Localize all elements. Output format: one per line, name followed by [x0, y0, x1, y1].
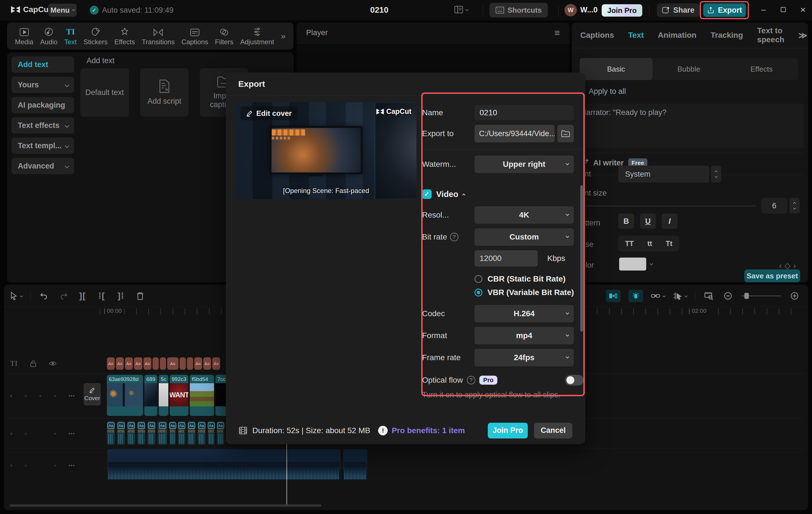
tab-animation[interactable]: Animation	[658, 31, 696, 40]
font-stepper[interactable]	[711, 166, 721, 183]
cover-button[interactable]: Cover	[84, 383, 100, 405]
tab-audio[interactable]: Audio	[40, 26, 58, 46]
text-clip[interactable]: A≡	[212, 357, 220, 370]
tab-text[interactable]: Text	[628, 31, 644, 40]
sidebar-item[interactable]: Advanced	[11, 158, 74, 174]
bitrate-kbps-input[interactable]: 12000	[474, 250, 538, 267]
save-preset-button[interactable]: Save as preset	[744, 269, 800, 282]
pro-benefits-link[interactable]: Pro benefits: 1 item	[392, 426, 465, 435]
tab-transitions[interactable]: Transitions	[142, 26, 175, 46]
subtab-bubble[interactable]: Bubble	[652, 58, 725, 80]
avatar[interactable]: W	[564, 4, 577, 16]
timeline-scrollbar[interactable]	[9, 505, 321, 507]
lock-icon[interactable]	[25, 392, 27, 400]
fit-timeline-button[interactable]	[703, 290, 715, 302]
voice-clip[interactable]: Aa	[208, 421, 214, 445]
sidebar-item[interactable]: Add text	[11, 56, 74, 73]
speaker-icon[interactable]	[54, 393, 56, 399]
text-content-box[interactable]: Narrator: "Ready to play?	[575, 104, 804, 148]
export-path-input[interactable]: C:/Users/93444/Vide...	[474, 125, 555, 142]
sidebar-item[interactable]: Text effects	[11, 117, 74, 133]
text-clip[interactable]: A≡	[203, 357, 211, 370]
split-keep-right-button[interactable]: ]⁞	[115, 290, 126, 302]
tab-text-to-speech[interactable]: Text to speech	[757, 26, 784, 44]
select-tool[interactable]	[10, 290, 23, 302]
sidebar-item[interactable]: AI packaging	[11, 97, 74, 113]
tab-adjustment[interactable]: Adjustment	[240, 26, 274, 46]
tab-text[interactable]: TI Text	[64, 26, 77, 46]
font-size-slider[interactable]	[579, 206, 756, 206]
info-icon[interactable]	[467, 376, 475, 384]
voice-clip[interactable]: Aa	[137, 421, 145, 445]
optical-flow-toggle[interactable]	[565, 375, 584, 386]
tab-tracking[interactable]: Tracking	[710, 31, 743, 40]
default-text-card[interactable]: Default text	[80, 68, 129, 117]
tab-captions[interactable]: Captions	[181, 26, 208, 46]
edit-cover-button[interactable]: Edit cover	[240, 106, 297, 120]
voice-clip[interactable]: Aa	[178, 421, 185, 445]
eye-icon[interactable]	[39, 393, 41, 399]
video-clip[interactable]: 63ae93928d	[107, 375, 143, 416]
color-picker[interactable]	[619, 258, 657, 271]
tab-effects[interactable]: Effects	[114, 26, 135, 46]
join-pro-button[interactable]: Join Pro	[488, 423, 528, 439]
playhead[interactable]	[286, 444, 287, 506]
auto-snap-tool[interactable]	[606, 290, 620, 302]
case-lower[interactable]: tt	[647, 240, 652, 248]
voice-clip[interactable]: Aa	[187, 421, 195, 445]
split-keep-left-button[interactable]: ⁞[	[96, 290, 108, 302]
redo-button[interactable]	[58, 290, 69, 302]
text-clip[interactable]: A≡	[167, 357, 178, 370]
voice-clip[interactable]: Aa	[217, 421, 224, 445]
name-input[interactable]: 0210	[474, 105, 574, 120]
text-clip[interactable]: A≡	[125, 357, 133, 370]
layout-switcher[interactable]	[454, 5, 468, 14]
speaker-icon[interactable]	[54, 430, 56, 437]
collapse-icon[interactable]	[462, 193, 465, 196]
bitrate-select[interactable]: Custom	[474, 228, 574, 246]
timeline-zoom-slider[interactable]	[742, 295, 781, 297]
share-button[interactable]: Share	[657, 3, 699, 17]
more-options-icon[interactable]	[68, 431, 75, 436]
watermark-select[interactable]: Upper right	[474, 156, 574, 173]
voice-clip[interactable]: Aa	[170, 421, 176, 445]
tab-media[interactable]: Media	[15, 26, 33, 46]
subtab-effects[interactable]: Effects	[725, 58, 798, 80]
video-clip[interactable]: 689	[144, 375, 157, 416]
zoom-in-button[interactable]	[789, 290, 800, 302]
tab-filters[interactable]: Filters	[215, 26, 233, 46]
eye-icon[interactable]	[49, 361, 57, 366]
link-tool[interactable]	[651, 290, 665, 302]
text-clip[interactable]	[187, 357, 193, 370]
italic-button[interactable]: I	[662, 214, 677, 229]
codec-select[interactable]: H.264	[474, 305, 574, 322]
dialog-scrollbar[interactable]	[580, 185, 583, 332]
more-tabs-icon[interactable]	[281, 31, 286, 41]
close-button[interactable]	[798, 4, 809, 15]
voice-clip[interactable]: Aa	[147, 421, 155, 445]
add-script-card[interactable]: Add script	[140, 68, 188, 117]
font-select[interactable]: System	[618, 166, 709, 183]
delete-button[interactable]	[135, 290, 146, 302]
cbr-radio[interactable]	[474, 275, 483, 283]
tab-captions[interactable]: Captions	[580, 31, 614, 40]
more-options-icon[interactable]	[68, 463, 75, 468]
font-size-stepper[interactable]	[789, 198, 800, 214]
video-clip[interactable]: f5bd54	[190, 375, 214, 416]
export-button[interactable]: Export	[703, 3, 746, 17]
cursor-split-tool[interactable]	[673, 290, 687, 302]
split-clip-button[interactable]: ][	[77, 290, 88, 302]
format-select[interactable]: mp4	[474, 327, 574, 344]
voice-clip[interactable]: Aa	[117, 421, 125, 445]
join-pro-badge[interactable]: Join Pro	[602, 4, 642, 17]
text-clip[interactable]: A≡	[194, 357, 202, 370]
framerate-select[interactable]: 24fps	[474, 349, 574, 366]
player-menu-icon[interactable]	[554, 27, 560, 38]
shortcuts-button[interactable]: Shortcuts	[489, 3, 548, 18]
zoom-out-button[interactable]	[722, 290, 734, 302]
text-clip[interactable]: A≡	[134, 357, 142, 370]
speaker-icon[interactable]	[54, 462, 56, 469]
lock-icon[interactable]	[25, 430, 27, 437]
underline-button[interactable]: U	[640, 214, 656, 229]
resolution-select[interactable]: 4K	[474, 206, 574, 224]
